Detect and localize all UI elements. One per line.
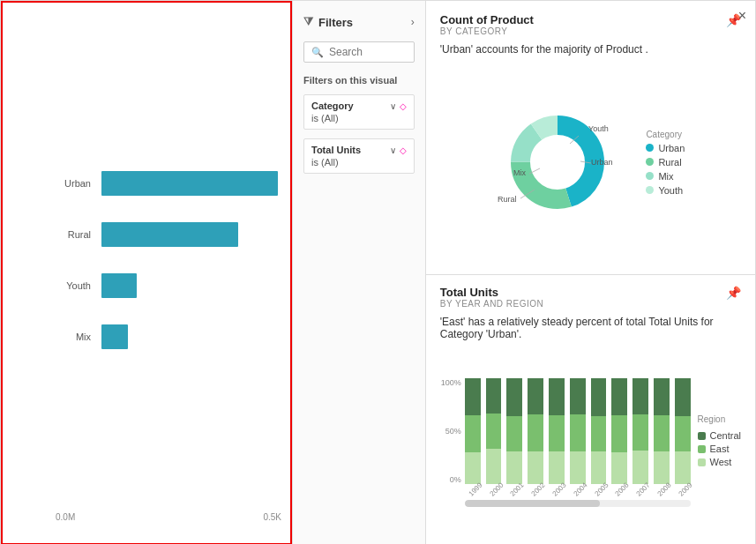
bar-row: Urban [56,171,273,196]
filter-card-totalunits-actions: ∨ ◇ [390,145,407,155]
donut-area: Youth Mix Rural Urban Category UrbanRura… [440,63,741,262]
legend-label: Mix [658,171,673,182]
stacked-bar-area: 100%50%0% 199920002001200220032004200520… [440,378,691,507]
axis-label: 0.5K [263,512,281,522]
stacked-col [675,378,691,484]
filter-card-category-actions: ∨ ◇ [390,101,407,111]
stacked-seg-east [506,416,522,451]
legend-label: Youth [658,185,683,196]
stacked-legend-dot [698,458,706,466]
svg-point-4 [533,138,582,187]
stacked-seg-central [465,378,481,415]
bar-fill [101,171,278,196]
donut-legend-group: Category UrbanRuralMixYouth [646,130,685,196]
bar-group [101,273,137,298]
filter-card-totalunits-title: Total Units [311,145,361,155]
filter-header: ⧩ Filters › [303,11,415,33]
stacked-seg-east [611,415,627,452]
stacked-legend-item: East [698,443,741,454]
stacked-seg-west [549,451,565,484]
filter-card-totalunits-value: is (All) [311,157,407,168]
stacked-seg-west [486,449,502,484]
stacked-legend-label: West [710,457,732,467]
stacked-seg-central [611,378,627,415]
stacked-col [528,378,543,484]
stacked-seg-east [465,415,481,452]
search-input[interactable] [329,46,407,58]
filter-title: ⧩ Filters [303,15,353,29]
bar-row: Rural [56,222,273,247]
stacked-legend-item: Central [698,430,741,441]
left-panel: UrbanRuralYouthMix 0.0M0.5K [1,1,292,544]
stacked-seg-east [549,415,565,451]
stacked-legend-label: East [710,443,730,454]
stacked-seg-west [675,451,691,484]
bar-label: Mix [56,332,91,342]
stacked-col [486,378,502,484]
legend-item: Mix [646,171,685,182]
filter-card-totalunits-clear[interactable]: ◇ [400,145,407,155]
stacked-col [632,378,648,484]
legend-label: Rural [658,157,681,168]
bar-chart: UrbanRuralYouthMix [56,20,273,517]
svg-text:Mix: Mix [513,168,526,177]
bar-label: Youth [56,280,91,291]
y-label: 50% [445,427,461,436]
stacked-seg-west [632,451,648,484]
stacked-legend: RegionCentralEastWest [698,414,741,467]
stacked-legend-item: West [698,457,741,467]
stacked-seg-west [591,451,607,484]
stacked-seg-east [570,414,586,451]
filter-icon: ⧩ [303,15,313,29]
filter-card-category-chevron[interactable]: ∨ [390,101,396,111]
filter-title-label: Filters [318,16,353,29]
stacked-col [654,378,670,484]
filter-card-totalunits-chevron[interactable]: ∨ [390,145,396,155]
stacked-seg-central [506,378,522,416]
stacked-seg-east [591,416,607,451]
y-label: 100% [441,378,461,387]
stacked-legend-dot [698,432,706,440]
legend-dot [646,158,654,166]
legend-item: Youth [646,185,685,196]
stacked-seg-east [528,414,543,451]
axis-label: 0.0M [56,512,75,522]
filter-chevron[interactable]: › [411,16,415,28]
stacked-seg-central [549,378,565,415]
bar-label: Rural [56,229,91,240]
legend-dot [646,186,654,194]
bar-group [101,222,238,247]
stacked-chart-container: 100%50%0% 199920002001200220032004200520… [440,347,741,534]
bar-row: Mix [56,324,273,349]
bottom-chart-title-group: Total Units BY YEAR AND REGION [440,286,544,309]
stacked-seg-central [675,378,691,416]
filters-on-visual-label: Filters on this visual [303,75,415,86]
search-icon: 🔍 [311,47,324,58]
region-label: Region [698,414,741,424]
bar-axis: 0.0M0.5K [56,512,281,522]
bar-fill [101,222,238,247]
scrollbar-thumb[interactable] [465,500,600,507]
svg-text:Urban: Urban [591,158,613,167]
stacked-seg-east [486,414,502,450]
stacked-seg-central [591,378,607,416]
scrollbar-area[interactable] [465,500,691,507]
bottom-chart-card: Total Units BY YEAR AND REGION 📌 'East' … [426,275,755,544]
filter-card-category-clear[interactable]: ◇ [400,101,407,111]
legend-item: Urban [646,143,685,153]
bottom-chart-title: Total Units [440,286,544,299]
legend-category-label: Category [646,130,685,139]
donut-legend: UrbanRuralMixYouth [646,143,685,196]
top-chart-title: Count of Product [440,13,534,26]
stacked-col [591,378,607,484]
stacked-seg-central [654,378,670,415]
search-box[interactable]: 🔍 [303,41,415,63]
stacked-seg-west [506,451,522,484]
top-chart-title-group: Count of Product BY CATEGORY [440,13,534,36]
stacked-chart-wrap: 100%50%0% [440,378,691,484]
legend-dot [646,144,654,152]
right-panel: × Count of Product BY CATEGORY 📌 'Urban'… [425,1,755,544]
bottom-chart-pin[interactable]: 📌 [726,286,741,300]
stacked-col [549,378,565,484]
close-button[interactable]: × [738,8,746,24]
